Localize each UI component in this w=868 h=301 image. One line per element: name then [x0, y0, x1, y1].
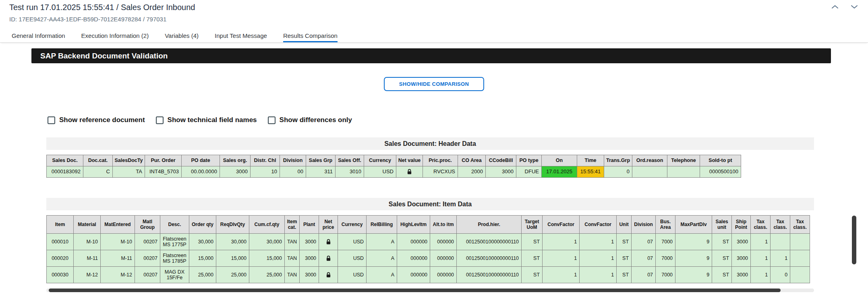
vertical-scrollbar-thumb[interactable]	[852, 216, 856, 264]
tab-bar: General InformationExecution Information…	[0, 29, 868, 43]
checkbox-label: Show technical field names	[168, 116, 257, 124]
tab-execution-information-2[interactable]: Execution Information (2)	[81, 29, 149, 42]
table-row: 000030M-12M-1200207MAG DX 15F/Fe25,00025…	[47, 267, 810, 283]
table-cell: 30,000	[189, 234, 216, 250]
table-cell: 9	[675, 250, 712, 267]
header-data-table: Sales Doc.Doc.cat.SalesDocTyPur. OrderPO…	[46, 155, 741, 178]
table-cell: 3000	[732, 250, 751, 267]
tab-input-test-message[interactable]: Input Test Message	[215, 29, 267, 42]
table-cell: 0012500100000000110	[457, 234, 522, 250]
table-cell: 1	[751, 250, 771, 267]
chevron-down-icon[interactable]	[850, 4, 858, 10]
checkbox-box[interactable]	[268, 116, 276, 124]
checkbox-show-reference-document[interactable]: Show reference document	[48, 116, 145, 124]
tab-results-comparison[interactable]: Results Comparison	[283, 29, 338, 42]
column-header: Ship Point	[732, 216, 751, 234]
column-header: Doc.cat.	[83, 155, 113, 166]
table-cell: 3000	[300, 267, 319, 283]
table-cell: M-10	[74, 234, 101, 250]
table-cell: 00207	[135, 234, 160, 250]
table-cell: USD	[338, 234, 367, 250]
column-header: Sold-to pt	[700, 155, 741, 166]
checkbox-label: Show differences only	[280, 116, 352, 124]
column-header: ConvFactor	[580, 216, 617, 234]
table-cell: 17.01.2025	[542, 166, 577, 178]
chevron-up-icon[interactable]	[831, 4, 839, 10]
table-cell: ST	[712, 250, 732, 267]
table-cell: 9	[675, 234, 712, 250]
table-cell: Flatscreen MS 1785P	[160, 250, 189, 267]
column-header: Bus. Area	[656, 216, 675, 234]
table-cell	[632, 166, 667, 178]
table-cell: 311	[306, 166, 336, 178]
table-cell: TAN	[285, 234, 300, 250]
column-header: Division	[632, 216, 656, 234]
results-comparison-panel: SAP Backend Document Validation SHOW/HID…	[0, 48, 868, 292]
column-header: ConvFactor	[543, 216, 580, 234]
table-cell: RVCXUS	[423, 166, 458, 178]
checkbox-box[interactable]	[48, 116, 55, 124]
table-cell: 3000	[300, 250, 319, 267]
checkbox-box[interactable]	[156, 116, 164, 124]
table-cell: A	[367, 267, 397, 283]
table-cell: INT4B_5703	[145, 166, 182, 178]
column-header: Trans.Grp	[604, 155, 632, 166]
column-header: Tax class.	[790, 216, 810, 234]
table-cell: 1	[771, 250, 790, 267]
tab-general-information[interactable]: General Information	[12, 29, 65, 42]
column-header: RelBilling	[367, 216, 397, 234]
table-cell: ST	[522, 250, 543, 267]
table-cell: ST	[617, 267, 632, 283]
table-cell: 2000	[458, 166, 486, 178]
table-cell: ST	[712, 267, 732, 283]
table-cell	[319, 234, 338, 250]
table-cell: ST	[712, 234, 732, 250]
column-header: Net value	[396, 155, 423, 166]
table-cell: M-12	[101, 267, 135, 283]
table-cell: 3010	[336, 166, 364, 178]
tab-variables-4[interactable]: Variables (4)	[165, 29, 199, 42]
table-row: 0000183092CTAINT4B_570300.00.00003000100…	[47, 166, 741, 178]
table-cell: 1	[580, 250, 617, 267]
checkbox-show-differences-only[interactable]: Show differences only	[268, 116, 352, 124]
table-row: 000010M-10M-1000207Flatscreen MS 1775P30…	[47, 234, 810, 250]
column-header: On	[542, 155, 577, 166]
table-cell: 0000500100	[700, 166, 741, 178]
horizontal-scrollbar-thumb[interactable]	[49, 289, 781, 292]
table-cell	[396, 166, 423, 178]
table-cell: 7000	[656, 234, 675, 250]
column-header: Distr. Chl	[251, 155, 280, 166]
horizontal-scrollbar[interactable]	[46, 289, 814, 292]
column-header: Sales unit	[712, 216, 732, 234]
table-cell: 1	[580, 234, 617, 250]
table-cell: 1	[751, 234, 771, 250]
column-header: Order qty	[189, 216, 216, 234]
column-header: Currency	[338, 216, 367, 234]
column-header: MatEntered	[101, 216, 135, 234]
table-cell: 0012500100000000110	[457, 250, 522, 267]
table-cell: USD	[338, 267, 367, 283]
table-cell: USD	[338, 250, 367, 267]
column-header: Currency	[364, 155, 396, 166]
table-cell: 00.00.0000	[182, 166, 220, 178]
table-cell: 1	[543, 267, 580, 283]
show-hide-comparison-button[interactable]: SHOW/HIDE COMPARISON	[384, 77, 484, 91]
table-cell: 000000	[397, 234, 430, 250]
validation-title-bar: SAP Backend Document Validation	[31, 48, 831, 63]
table-cell	[319, 250, 338, 267]
table-cell: 000000	[397, 267, 430, 283]
table-cell: 7000	[656, 250, 675, 267]
page-title: Test run 17.01.2025 15:55:41 / Sales Ord…	[9, 2, 868, 12]
table-cell	[790, 250, 810, 267]
table-cell	[790, 267, 810, 283]
column-header: Ord.reason	[632, 155, 667, 166]
checkbox-show-technical-field-names[interactable]: Show technical field names	[156, 116, 257, 124]
table-cell: 15,000	[216, 250, 249, 267]
lock-icon	[407, 168, 412, 174]
table-cell: 15,000	[189, 250, 216, 267]
table-cell: 00207	[135, 267, 160, 283]
column-header: Time	[577, 155, 604, 166]
column-header: Target UoM	[522, 216, 543, 234]
table-cell: 000000	[430, 250, 457, 267]
column-header: CO Area	[458, 155, 486, 166]
